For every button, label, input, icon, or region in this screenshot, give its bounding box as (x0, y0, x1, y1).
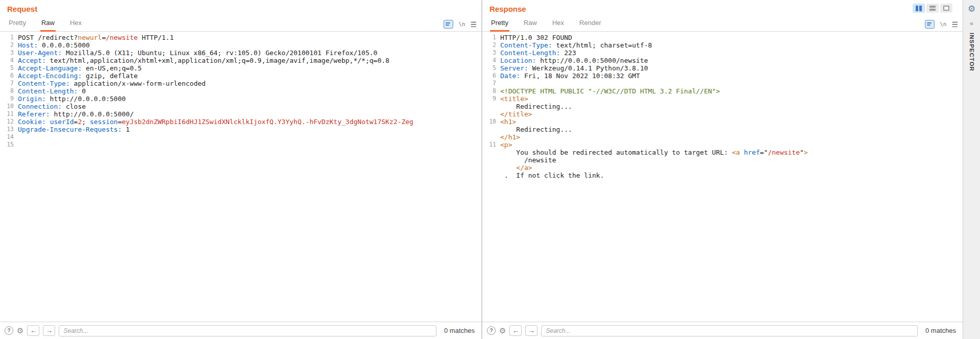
response-panel: Response PrettyRawHexRender \n ☰ 1HTTP/1… (482, 0, 963, 339)
inspector-rail[interactable]: ⚙ « INSPECTOR (963, 0, 980, 339)
line-number (482, 126, 500, 133)
tab-raw[interactable]: Raw (523, 19, 538, 32)
code-line: 15 (0, 141, 481, 149)
code-line: 6Date: Fri, 18 Nov 2022 10:08:32 GMT (482, 72, 963, 80)
line-number: 2 (0, 41, 18, 49)
search-prev-button[interactable]: ← (509, 325, 522, 336)
response-tabs: PrettyRawHexRender (482, 19, 602, 31)
code-line: . If not click the link. (482, 172, 963, 179)
rows-icon (929, 6, 936, 11)
code-line: You should be redirected automatically t… (482, 149, 963, 156)
code-line: </h1> (482, 133, 963, 141)
line-number: 8 (482, 87, 500, 95)
line-number: 7 (0, 80, 18, 87)
columns-icon (919, 6, 922, 11)
inspector-label[interactable]: INSPECTOR (969, 33, 975, 71)
pretty-print-toggle-button[interactable] (444, 20, 453, 29)
code-line: 1HTTP/1.0 302 FOUND (482, 34, 963, 41)
line-number: 3 (482, 49, 500, 57)
search-input[interactable] (59, 325, 436, 336)
search-input[interactable] (541, 325, 918, 336)
code-line: 4Accept: text/html,application/xhtml+xml… (0, 57, 481, 64)
code-line: 12Cookie: userId=2; session=eyJsb2dnZWRp… (0, 118, 481, 126)
editor-menu-icon[interactable]: ☰ (951, 21, 958, 28)
line-number: 10 (0, 103, 18, 110)
code-line: 9<title> (482, 95, 963, 103)
line-number: 11 (0, 110, 18, 118)
response-editor[interactable]: 1HTTP/1.0 302 FOUND2Content-Type: text/h… (482, 32, 963, 322)
code-line: 2Host: 0.0.0.0:5000 (0, 41, 481, 49)
tab-pretty[interactable]: Pretty (490, 19, 509, 32)
line-number: 2 (482, 41, 500, 49)
code-line: 8Content-Length: 0 (0, 87, 481, 95)
request-view-buttons: \n ☰ (444, 20, 477, 29)
line-number: 12 (0, 118, 18, 126)
single-pane-icon (943, 6, 949, 11)
layout-columns-button[interactable] (913, 4, 925, 13)
columns-icon (916, 6, 918, 11)
code-line: 2Content-Type: text/html; charset=utf-8 (482, 41, 963, 49)
tab-raw[interactable]: Raw (40, 19, 56, 32)
show-newlines-button[interactable]: \n (458, 21, 465, 27)
editor-menu-icon[interactable]: ☰ (470, 21, 477, 28)
line-number: 9 (482, 95, 500, 103)
code-line: 5Server: Werkzeug/0.14.1 Python/3.8.10 (482, 64, 963, 72)
code-line: 1POST /redirect?newurl=/newsite HTTP/1.1 (0, 34, 481, 41)
code-line: 7 (482, 80, 963, 87)
response-view-buttons: \n ☰ (925, 20, 958, 29)
formatted-doc-icon (925, 20, 935, 29)
search-prev-button[interactable]: ← (27, 325, 39, 336)
layout-toggle-group (913, 4, 952, 13)
line-number (482, 156, 500, 164)
code-line: 3User-Agent: Mozilla/5.0 (X11; Ubuntu; L… (0, 49, 481, 57)
request-searchbar: ? ⚙ ← → 0 matches (0, 322, 481, 339)
search-next-button[interactable]: → (525, 325, 537, 336)
line-number (482, 110, 500, 118)
help-icon[interactable]: ? (487, 326, 496, 335)
line-number (482, 172, 500, 179)
line-number: 1 (482, 34, 500, 41)
line-number: 5 (482, 64, 500, 72)
code-line: /newsite (482, 156, 963, 164)
code-line: 8<!DOCTYPE HTML PUBLIC "-//W3C//DTD HTML… (482, 87, 963, 95)
tab-hex[interactable]: Hex (551, 19, 565, 32)
pretty-print-toggle-button[interactable] (925, 20, 935, 29)
request-tabs: PrettyRawHex (0, 19, 83, 31)
line-number: 6 (0, 72, 18, 80)
code-line: 11Referer: http://0.0.0.0:5000/ (0, 110, 481, 118)
search-next-button[interactable]: → (43, 325, 55, 336)
request-tabbar: PrettyRawHex \n ☰ (0, 14, 481, 32)
line-number: 14 (0, 133, 18, 141)
show-newlines-button[interactable]: \n (940, 21, 946, 27)
help-icon[interactable]: ? (5, 326, 13, 335)
code-line: 10<h1> (482, 118, 963, 126)
code-line: 11<p> (482, 141, 963, 149)
line-number (482, 103, 500, 110)
line-number: 7 (482, 80, 500, 87)
layout-rows-button[interactable] (926, 4, 939, 13)
search-settings-gear-icon[interactable]: ⚙ (499, 327, 506, 334)
line-number: 5 (0, 64, 18, 72)
code-line: 6Accept-Encoding: gzip, deflate (0, 72, 481, 80)
line-number: 9 (0, 95, 18, 103)
code-line: </a> (482, 164, 963, 172)
settings-gear-icon[interactable]: ⚙ (968, 5, 975, 13)
line-number: 6 (482, 72, 500, 80)
tab-pretty[interactable]: Pretty (8, 19, 27, 32)
line-number: 8 (0, 87, 18, 95)
formatted-doc-icon (444, 20, 453, 29)
line-number: 15 (0, 141, 18, 149)
request-panel-title: Request (0, 0, 481, 14)
search-matches-count: 0 matches (444, 327, 475, 334)
code-line: 3Content-Length: 223 (482, 49, 963, 57)
search-settings-gear-icon[interactable]: ⚙ (17, 327, 23, 334)
code-line: 4Location: http://0.0.0.0:5000/newsite (482, 57, 963, 64)
code-line: 9Origin: http://0.0.0.0:5000 (0, 95, 481, 103)
line-number (482, 149, 500, 156)
collapse-inspector-icon[interactable]: « (970, 20, 973, 27)
tab-render[interactable]: Render (578, 19, 602, 32)
layout-single-button[interactable] (940, 4, 952, 13)
tab-hex[interactable]: Hex (69, 19, 83, 32)
request-editor[interactable]: 1POST /redirect?newurl=/newsite HTTP/1.1… (0, 32, 481, 322)
line-number: 4 (482, 57, 500, 64)
